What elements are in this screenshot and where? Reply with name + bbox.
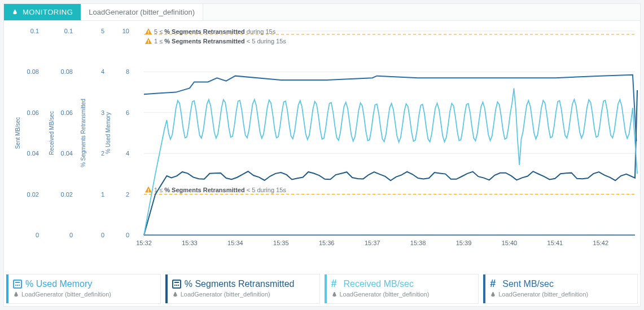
svg-text:4: 4 <box>126 150 129 157</box>
legend-sub: LoadGenerator (bitter_definition) <box>181 291 270 298</box>
svg-text:5: 5 <box>101 28 104 34</box>
svg-text:0: 0 <box>69 232 73 238</box>
svg-text:8: 8 <box>126 68 129 75</box>
panel-header: MONITORING LoadGenerator (bitter_definit… <box>4 4 640 21</box>
legend-title: % Segments Retransmitted <box>185 279 295 289</box>
linux-icon <box>12 9 18 15</box>
hash-icon: # <box>331 280 340 289</box>
svg-text:% Used Memory: % Used Memory <box>105 112 111 154</box>
linux-icon <box>331 291 338 298</box>
svg-text:0.06: 0.06 <box>61 109 73 116</box>
svg-text:5 ≤ % Segments Retransmitted d: 5 ≤ % Segments Retransmitted during 15s <box>154 28 276 35</box>
svg-text:!: ! <box>148 188 150 193</box>
legend-card-sent[interactable]: # Sent MB/sec LoadGenerator (bitter_defi… <box>483 274 638 304</box>
svg-text:15:38: 15:38 <box>410 240 426 246</box>
svg-text:0.06: 0.06 <box>27 109 39 116</box>
svg-text:Sent MB/sec: Sent MB/sec <box>15 117 21 149</box>
svg-text:15:39: 15:39 <box>456 240 472 246</box>
legend-sub: LoadGenerator (bitter_definition) <box>340 291 430 298</box>
svg-text:15:41: 15:41 <box>547 240 563 246</box>
svg-text:% Segments Retransmitted: % Segments Retransmitted <box>80 99 86 167</box>
legend-row: % Used Memory LoadGenerator (bitter_defi… <box>4 274 640 306</box>
legend-title: Sent MB/sec <box>502 279 554 289</box>
svg-text:Received MB/sec: Received MB/sec <box>49 111 55 155</box>
svg-text:6: 6 <box>126 109 129 116</box>
svg-text:0.1: 0.1 <box>64 28 73 34</box>
panel-subtitle: LoadGenerator (bitter_definition) <box>81 4 203 20</box>
svg-text:0: 0 <box>126 232 129 238</box>
svg-text:2: 2 <box>126 191 129 198</box>
svg-text:2: 2 <box>101 150 104 157</box>
legend-title: % Used Memory <box>25 279 92 289</box>
svg-text:15:40: 15:40 <box>502 240 518 246</box>
legend-card-segments-retrans[interactable]: % Segments Retransmitted LoadGenerator (… <box>165 274 320 304</box>
linux-icon <box>13 291 19 298</box>
svg-text:15:37: 15:37 <box>365 240 380 246</box>
legend-sub: LoadGenerator (bitter_definition) <box>498 291 588 298</box>
svg-text:0.08: 0.08 <box>27 68 39 75</box>
tab-label: MONITORING <box>23 8 73 16</box>
svg-text:1: 1 <box>101 191 104 198</box>
legend-title: Received MB/sec <box>344 279 414 289</box>
svg-text:0.04: 0.04 <box>27 150 39 157</box>
svg-text:0.08: 0.08 <box>61 68 73 75</box>
calc-icon <box>13 280 22 289</box>
svg-text:3: 3 <box>101 109 104 116</box>
chart-area[interactable]: 00.020.040.060.080.1Sent MB/sec00.020.04… <box>4 21 640 272</box>
legend-sub: LoadGenerator (bitter_definition) <box>21 291 111 298</box>
svg-text:15:32: 15:32 <box>136 240 152 246</box>
svg-text:4: 4 <box>101 68 104 75</box>
legend-card-received[interactable]: # Received MB/sec LoadGenerator (bitter_… <box>325 274 479 304</box>
svg-text:15:34: 15:34 <box>227 240 243 246</box>
svg-text:!: ! <box>148 39 150 45</box>
svg-text:15:36: 15:36 <box>319 240 335 246</box>
linux-icon <box>490 291 496 298</box>
chart-svg: 00.020.040.060.080.1Sent MB/sec00.020.04… <box>4 21 640 255</box>
svg-text:0.04: 0.04 <box>61 150 73 157</box>
calc-icon <box>172 280 181 289</box>
svg-text:10: 10 <box>122 28 129 34</box>
svg-text:0.02: 0.02 <box>61 191 73 198</box>
subtitle-text: LoadGenerator (bitter_definition) <box>89 8 195 16</box>
svg-text:15:42: 15:42 <box>593 240 609 246</box>
monitoring-tab[interactable]: MONITORING <box>4 4 81 20</box>
svg-text:1 ≤ % Segments Retransmitted <: 1 ≤ % Segments Retransmitted < 5 during … <box>154 38 286 45</box>
hash-icon: # <box>490 280 499 289</box>
svg-text:0.02: 0.02 <box>27 191 39 198</box>
svg-text:15:33: 15:33 <box>182 240 198 246</box>
linux-icon <box>172 291 178 298</box>
svg-text:0.1: 0.1 <box>30 28 39 34</box>
svg-text:1 ≤ % Segments Retransmitted <: 1 ≤ % Segments Retransmitted < 5 during … <box>154 187 286 193</box>
svg-text:15:35: 15:35 <box>273 240 289 246</box>
svg-text:!: ! <box>148 29 150 35</box>
legend-card-used-memory[interactable]: % Used Memory LoadGenerator (bitter_defi… <box>6 274 161 304</box>
monitoring-panel: MONITORING LoadGenerator (bitter_definit… <box>3 3 641 307</box>
svg-text:0: 0 <box>36 232 39 238</box>
svg-text:0: 0 <box>101 232 104 238</box>
